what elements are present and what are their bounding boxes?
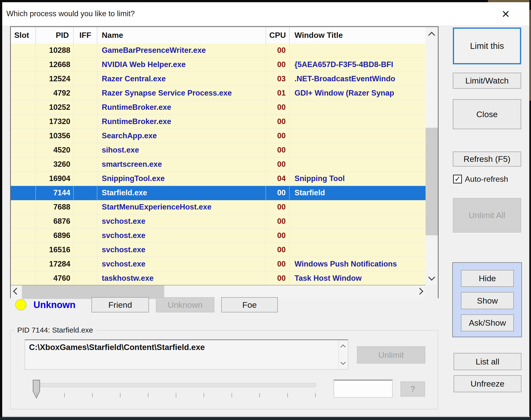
- chevron-left-icon: [13, 288, 20, 295]
- cell-slot: [11, 200, 36, 214]
- cell-iff: [74, 129, 97, 143]
- column-header-cpu[interactable]: CPU: [266, 27, 290, 44]
- cell-slot: [11, 271, 36, 285]
- cell-window_title: Windows Push Notifications: [290, 257, 425, 271]
- ask-show-button[interactable]: Ask/Show: [461, 315, 514, 331]
- table-row[interactable]: 6876svchost.exe00: [11, 214, 425, 229]
- table-row[interactable]: 16516svchost.exe00: [11, 243, 425, 257]
- limit-watch-button[interactable]: Limit/Watch: [453, 73, 521, 89]
- cell-name: svchost.exe: [97, 229, 266, 242]
- auto-refresh-label: Auto-refresh: [465, 175, 508, 184]
- cell-name: svchost.exe: [97, 243, 266, 257]
- unfreeze-button[interactable]: Unfreeze: [453, 375, 521, 392]
- column-header-pid[interactable]: PID: [36, 27, 74, 44]
- spin-up-icon[interactable]: [341, 344, 346, 349]
- desktop-sliver-top-right: [488, 0, 531, 2]
- vertical-scrollbar[interactable]: [425, 27, 438, 285]
- cell-name: svchost.exe: [97, 257, 266, 271]
- dialog-border-top: [0, 0, 531, 2]
- cell-cpu: 00: [266, 129, 290, 143]
- scroll-up-button[interactable]: [425, 27, 438, 41]
- cell-cpu: 00: [266, 44, 290, 57]
- desktop-sliver-right: [529, 10, 531, 101]
- cell-slot: [11, 229, 36, 242]
- process-path: C:\XboxGames\Starfield\Content\Starfield…: [29, 343, 205, 352]
- cell-pid: 10288: [36, 44, 74, 57]
- table-row[interactable]: 4520sihost.exe00: [11, 143, 425, 157]
- cell-window_title: Task Host Window: [290, 271, 425, 285]
- close-button[interactable]: Close: [453, 99, 521, 129]
- cell-pid: 3260: [36, 157, 74, 171]
- limit-value-field[interactable]: [334, 380, 393, 398]
- spin-down-icon[interactable]: [341, 360, 346, 365]
- process-path-box[interactable]: C:\XboxGames\Starfield\Content\Starfield…: [25, 339, 348, 370]
- friend-button[interactable]: Friend: [92, 297, 149, 313]
- path-scroll-column: [339, 340, 348, 369]
- cell-cpu: 00: [266, 243, 290, 257]
- limit-process-dialog: Which process would you like to limit? ✕…: [0, 0, 531, 420]
- cell-window_title: GDI+ Window (Razer Synap: [290, 86, 425, 100]
- hide-button[interactable]: Hide: [461, 270, 514, 287]
- cell-window_title: Snipping Tool: [290, 172, 425, 185]
- cell-name: SnippingTool.exe: [97, 172, 266, 185]
- refresh-button[interactable]: Refresh (F5): [453, 151, 521, 166]
- cell-window_title: [290, 243, 425, 257]
- table-body: 10288GameBarPresenceWriter.exe0012668NVI…: [11, 44, 425, 285]
- cell-name: SearchApp.exe: [97, 129, 266, 143]
- scroll-down-button[interactable]: [425, 271, 438, 285]
- cell-window_title: [290, 143, 425, 157]
- table-row[interactable]: 4760taskhostw.exe00Task Host Window: [11, 271, 425, 285]
- show-button[interactable]: Show: [461, 292, 514, 309]
- cell-cpu: 00: [266, 214, 290, 228]
- scroll-right-button[interactable]: [414, 285, 425, 299]
- table-row[interactable]: 10356SearchApp.exe00: [11, 129, 425, 143]
- column-header-slot[interactable]: Slot: [11, 27, 36, 44]
- table-row[interactable]: 3260smartscreen.exe00: [11, 157, 425, 172]
- cell-cpu: 00: [266, 143, 290, 157]
- cell-iff: [74, 257, 97, 271]
- vertical-scrollbar-thumb[interactable]: [425, 128, 438, 235]
- auto-refresh-checkbox[interactable]: ✓: [453, 175, 462, 183]
- limit-slider-track[interactable]: [34, 383, 316, 387]
- unlimit-button: Unlimit: [357, 346, 425, 363]
- foe-button[interactable]: Foe: [221, 297, 278, 313]
- cell-pid: 10252: [36, 101, 74, 114]
- column-header-window-title[interactable]: Window Title: [290, 27, 425, 44]
- table-row[interactable]: 7144Starfield.exe00Starfield: [11, 186, 425, 200]
- cell-slot: [11, 257, 36, 271]
- table-row[interactable]: 10288GameBarPresenceWriter.exe00: [11, 44, 425, 58]
- cell-iff: [74, 115, 97, 128]
- table-row[interactable]: 12668NVIDIA Web Helper.exe00{5AEA657D-F3…: [11, 58, 425, 72]
- cell-pid: 17284: [36, 257, 74, 271]
- cell-window_title: [290, 115, 425, 128]
- table-row[interactable]: 12524Razer Central.exe03.NET-BroadcastEv…: [11, 72, 425, 86]
- table-row[interactable]: 6896svchost.exe00: [11, 229, 425, 243]
- list-all-button[interactable]: List all: [453, 353, 521, 370]
- scroll-left-button[interactable]: [11, 285, 22, 299]
- chevron-right-icon: [416, 288, 423, 295]
- cell-name: svchost.exe: [97, 214, 266, 228]
- table-row[interactable]: 4792Razer Synapse Service Process.exe01G…: [11, 86, 425, 101]
- table-row[interactable]: 16904SnippingTool.exe04Snipping Tool: [11, 172, 425, 186]
- hide-show-group: Hide Show Ask/Show: [452, 262, 522, 337]
- horizontal-scrollbar[interactable]: [11, 285, 425, 299]
- close-icon[interactable]: ✕: [497, 5, 515, 23]
- table-row[interactable]: 10252RuntimeBroker.exe00: [11, 101, 425, 115]
- column-header-iff[interactable]: IFF: [74, 27, 97, 44]
- slider-tick: [176, 393, 176, 397]
- cell-pid: 4792: [36, 86, 74, 100]
- slider-tick: [259, 393, 260, 397]
- table-row[interactable]: 7688StartMenuExperienceHost.exe00: [11, 200, 425, 214]
- cell-iff: [74, 229, 97, 242]
- cell-iff: [74, 186, 97, 200]
- table-row[interactable]: 17284svchost.exe00Windows Push Notificat…: [11, 257, 425, 271]
- cell-name: Razer Central.exe: [97, 72, 266, 86]
- cell-window_title: Starfield: [290, 186, 425, 200]
- column-header-name[interactable]: Name: [97, 27, 266, 44]
- table-row[interactable]: 17320RuntimeBroker.exe00: [11, 115, 425, 129]
- help-button[interactable]: ?: [400, 381, 425, 397]
- unknown-button: Unknown: [156, 297, 214, 313]
- horizontal-scrollbar-thumb[interactable]: [22, 285, 164, 299]
- limit-this-button[interactable]: Limit this: [453, 28, 521, 64]
- cell-pid: 4760: [36, 271, 74, 285]
